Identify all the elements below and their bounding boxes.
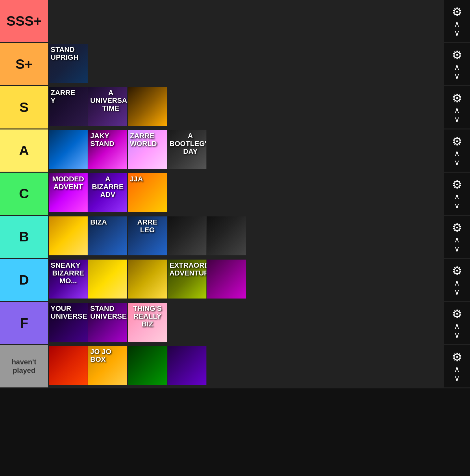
down-button-sss-plus[interactable]: ∨: [454, 29, 460, 37]
game-thumb-bootleg[interactable]: A BOOTLEG'S DAY: [167, 130, 206, 169]
game-thumb-universal-time[interactable]: A UNIVERSAL TIME: [88, 87, 127, 126]
game-overlay-nothing-bizarre: THING'S REALLY BIZ: [128, 303, 167, 342]
tier-row-s: SZARREYA UNIVERSAL TIME⚙∧∨: [0, 86, 470, 129]
up-button-havent-played[interactable]: ∧: [454, 365, 460, 373]
game-thumb-bizarre-adv[interactable]: A Bizarre Adv: [88, 173, 127, 212]
game-title-line-stand-upright: STAND: [51, 46, 75, 54]
up-button-d[interactable]: ∧: [454, 279, 460, 287]
game-title-line-modded-advent: MODDED ADVENT: [51, 175, 86, 191]
game-title-line-bootleg: A BOOTLEG'S DAY: [169, 132, 206, 156]
game-thumb-stand-universe[interactable]: STANDUNIVERSE: [88, 303, 127, 342]
game-thumb-bizarre-legacy-small1[interactable]: [167, 216, 206, 255]
game-overlay-jojo-box: JO JOBOX: [88, 346, 127, 385]
tier-content-a: JAKYSTANDZARREWORLDA BOOTLEG'S DAY: [48, 129, 444, 172]
game-thumb-bizarre3[interactable]: [128, 87, 167, 126]
up-button-b[interactable]: ∧: [454, 236, 460, 244]
tier-content-havent-played: JO JOBOX: [48, 345, 444, 387]
game-thumb-inner-bootleg: A BOOTLEG'S DAY: [167, 130, 206, 169]
game-thumb-sneaky[interactable]: SNEAKYBIZARRE MO...: [49, 260, 88, 299]
tier-label-s: S: [0, 86, 48, 128]
game-overlay-bizarre-world: ZARREWORLD: [128, 130, 167, 169]
game-thumb-inner-jja: JJA: [128, 173, 167, 212]
up-button-a[interactable]: ∧: [454, 150, 460, 157]
game-title-line-jaky: JAKY: [90, 132, 109, 140]
down-button-a[interactable]: ∨: [454, 159, 460, 166]
game-thumb-bizarre4[interactable]: [128, 346, 167, 385]
game-title-line-your-bizarre: UNIVERSE: [51, 312, 87, 320]
game-thumb-diamond[interactable]: [207, 260, 246, 299]
tier-controls-d: ⚙∧∨: [444, 259, 470, 301]
up-button-sss-plus[interactable]: ∧: [454, 20, 460, 28]
gear-icon-f[interactable]: ⚙: [452, 307, 462, 321]
game-overlay-jja: JJA: [128, 173, 167, 212]
game-thumb-bizar-leg2[interactable]: arre Leg: [128, 216, 167, 255]
game-title-line-sneaky: BIZARRE MO...: [51, 269, 86, 285]
gear-icon-c[interactable]: ⚙: [452, 178, 462, 191]
game-thumb-extraordinary[interactable]: EXTRAORDINARYADVENTURES: [167, 260, 206, 299]
down-button-b[interactable]: ∨: [454, 245, 460, 253]
game-thumb-jja[interactable]: JJA: [128, 173, 167, 212]
down-button-c[interactable]: ∨: [454, 202, 460, 210]
tier-list: SSS+⚙∧∨S+STANDUPRIGH⚙∧∨SZARREYA UNIVERSA…: [0, 0, 470, 388]
game-thumb-inner-bizarre3: [128, 87, 167, 126]
gear-icon-d[interactable]: ⚙: [452, 264, 462, 278]
down-button-havent-played[interactable]: ∨: [454, 374, 460, 382]
game-thumb-inner-jojo-box: JO JOBOX: [88, 346, 127, 385]
game-thumb-inner-bizarre-adv: A Bizarre Adv: [88, 173, 127, 212]
game-overlay-bootleg: A BOOTLEG'S DAY: [167, 130, 206, 169]
up-button-c[interactable]: ∧: [454, 193, 460, 201]
game-title-line-your-bizarre: YOUR: [51, 305, 71, 312]
game-overlay-stand-upright: STANDUPRIGH: [49, 44, 88, 83]
down-button-s[interactable]: ∨: [454, 116, 460, 123]
game-thumb-jaky[interactable]: JAKYSTAND: [88, 130, 127, 169]
gear-icon-s-plus[interactable]: ⚙: [452, 48, 462, 62]
gear-icon-sss-plus[interactable]: ⚙: [452, 5, 462, 19]
game-thumb-golden[interactable]: [128, 260, 167, 299]
tier-content-sss-plus: [48, 0, 444, 42]
up-button-s[interactable]: ∧: [454, 106, 460, 114]
up-button-f[interactable]: ∧: [454, 322, 460, 330]
game-thumb-a1[interactable]: [49, 130, 88, 169]
game-thumb-bizarre-world[interactable]: ZARREWORLD: [128, 130, 167, 169]
down-button-f[interactable]: ∨: [454, 331, 460, 339]
tier-controls-a: ⚙∧∨: [444, 129, 470, 172]
game-thumb-inner-bizarre4: [128, 346, 167, 385]
game-thumb-jojo-box[interactable]: JO JOBOX: [88, 346, 127, 385]
gear-icon-b[interactable]: ⚙: [452, 221, 462, 235]
game-thumb-inner-bizarre-legacy-small1: [167, 216, 206, 255]
game-thumb-nothing-bizarre[interactable]: THING'S REALLY BIZ: [128, 303, 167, 342]
down-button-d[interactable]: ∨: [454, 288, 460, 296]
game-overlay-bizarre-y: ZARREY: [49, 87, 88, 126]
gear-icon-s[interactable]: ⚙: [452, 92, 462, 105]
tier-label-b: B: [0, 216, 48, 258]
game-thumb-inner-yellow-mech: [49, 216, 88, 255]
game-thumb-inner-stand-universe: STANDUNIVERSE: [88, 303, 127, 342]
up-button-s-plus[interactable]: ∧: [454, 63, 460, 71]
tier-content-b: BIZAarre Leg: [48, 216, 444, 258]
tier-controls-sss-plus: ⚙∧∨: [444, 0, 470, 42]
tier-controls-b: ⚙∧∨: [444, 216, 470, 258]
game-title-line-bizar-leg: BIZA: [90, 218, 107, 226]
game-thumb-inner-bizar-leg2: arre Leg: [128, 216, 167, 255]
game-thumb-modded-advent[interactable]: MODDED ADVENT: [49, 173, 88, 212]
game-thumb-bizarre-legacy-small2[interactable]: [207, 216, 246, 255]
game-thumb-stand-upright[interactable]: STANDUPRIGH: [49, 44, 88, 83]
game-thumb-bizarre-y[interactable]: ZARREY: [49, 87, 88, 126]
game-thumb-yellow-mech[interactable]: [49, 216, 88, 255]
game-overlay-jaky: JAKYSTAND: [88, 130, 127, 169]
game-title-line-bizar-leg2: arre Leg: [130, 218, 165, 234]
game-thumb-jojo-d[interactable]: [49, 346, 88, 385]
tier-row-c: CMODDED ADVENTA Bizarre AdvJJA⚙∧∨: [0, 173, 470, 216]
gear-icon-a[interactable]: ⚙: [452, 135, 462, 148]
game-thumb-your-bizarre[interactable]: YOURUNIVERSE: [49, 303, 88, 342]
game-thumb-inner-bizarre-y: ZARREY: [49, 87, 88, 126]
down-button-s-plus[interactable]: ∨: [454, 72, 460, 80]
game-thumb-bizarre5[interactable]: [167, 346, 206, 385]
game-thumb-bizar-leg[interactable]: BIZA: [88, 216, 127, 255]
game-title-line-jojo-box: BOX: [90, 356, 106, 363]
game-overlay-modded-advent: MODDED ADVENT: [49, 173, 88, 212]
game-overlay-your-bizarre: YOURUNIVERSE: [49, 303, 88, 342]
gear-icon-havent-played[interactable]: ⚙: [452, 350, 462, 364]
game-thumb-giorno[interactable]: [88, 260, 127, 299]
tier-label-s-plus: S+: [0, 43, 48, 85]
